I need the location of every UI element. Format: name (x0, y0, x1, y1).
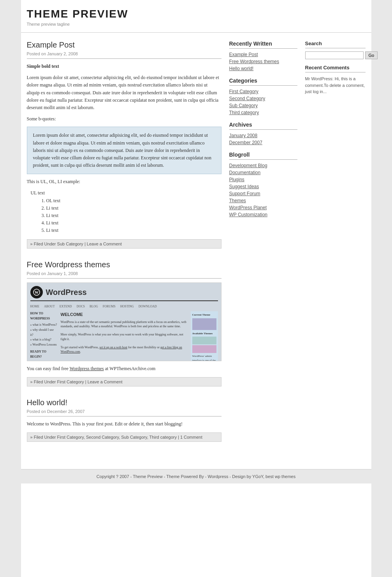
wp-sidebar-left: HOW TO WORDPRESS » what is WordPress? » … (30, 311, 58, 361)
ul-item: UL text (31, 189, 221, 197)
sidebar-link-first-category[interactable]: First Category (229, 89, 297, 94)
sidebar-link-second-category[interactable]: Second Category (229, 96, 297, 101)
sidebar-recently-written: Recently Written Example Post Free Wordp… (229, 41, 297, 71)
post-meta-example: Posted on January 2, 2008 (27, 51, 221, 59)
ul-ol-label: This is UL, OL, LI example: (27, 178, 221, 185)
sidebar-link-plugins[interactable]: Plugins (229, 177, 297, 182)
search-input[interactable] (305, 51, 364, 59)
wp-logo-circle: W (30, 286, 43, 298)
wp-main-content-area: WELCOME WordPress is a state-of-the-art … (61, 311, 188, 361)
bquotes-label: Some b-quotes: (27, 115, 221, 123)
post-footer-text-example: » Filed Under Sub Category | Leave a Com… (30, 242, 122, 246)
post-free-themes: Free Wordpress themes Posted on January … (27, 260, 221, 386)
post-footer-text-free-themes: » Filed Under First Category | Leave a C… (30, 379, 123, 384)
sidebar-link-dev-blog[interactable]: Development Blog (229, 163, 297, 168)
site-title: THEME PREVIEW (27, 8, 366, 20)
free-themes-link[interactable]: Wordpress themes (70, 366, 104, 371)
sidebar-main: Recently Written Example Post Free Wordp… (229, 41, 297, 453)
sidebar-link-wp-customization[interactable]: WP Customization (229, 212, 297, 217)
post-footer-text-hello-world: » Filed Under First Category, Second Cat… (30, 435, 202, 439)
sidebar-archives: Archives January 2008 December 2007 (229, 122, 297, 145)
sidebar-recent-comments: Recent Comments Mr WordPress: Hi, this i… (305, 65, 366, 95)
hello-world-text: Welcome to WordPress. This is your first… (27, 420, 221, 428)
sidebar-link-jan-2008[interactable]: January 2008 (229, 133, 297, 138)
sidebar-recently-written-title: Recently Written (229, 41, 297, 49)
site-tagline: Theme preview tagline (27, 22, 366, 26)
recent-comment-text: Mr WordPress: Hi, this is a comment.To d… (305, 76, 366, 95)
post-content-example: Simple bold text Lorem ipsum dolor sit a… (27, 63, 221, 235)
ol-item: OL text (46, 197, 221, 205)
sidebar-link-dec-2007[interactable]: December 2007 (229, 140, 297, 145)
sidebar-blogroll: Blogroll Development Blog Documentation … (229, 152, 297, 217)
wp-nav: HOMEABOUTEXTENDDOCSBLOGFORUMSHOSTINGDOWN… (30, 304, 218, 309)
sidebar-archives-title: Archives (229, 122, 297, 130)
post-footer-example: » Filed Under Sub Category | Leave a Com… (27, 239, 221, 249)
sidebar-link-themes[interactable]: Themes (229, 198, 297, 203)
li-item-2: Li text (46, 212, 221, 219)
sidebar-link-suggest-ideas[interactable]: Suggest Ideas (229, 184, 297, 189)
post-content-hello-world: Welcome to WordPress. This is your first… (27, 420, 221, 428)
paragraph1: Lorem ipsum dolor sit amet, consectetur … (27, 74, 221, 111)
bold-text: Simple bold text (27, 64, 59, 69)
ol-list: OL text Li text Li text Li text Li text (46, 197, 221, 235)
main-content: Example Post Posted on January 2, 2008 S… (27, 41, 221, 453)
sidebar-categories: Categories First Category Second Categor… (229, 78, 297, 115)
sidebar-link-wp-planet[interactable]: WordPress Planet (229, 205, 297, 210)
post-meta-hello-world: Posted on December 26, 2007 (27, 409, 221, 416)
wp-body: HOW TO WORDPRESS » what is WordPress? » … (30, 311, 218, 361)
sidebar-link-free-themes[interactable]: Free Wordpress themes (229, 59, 297, 64)
free-themes-text: You can easy find free Wordpress themes … (27, 365, 221, 372)
footer-text: Copyright ? 2007 - Theme Preview - Theme… (97, 474, 295, 479)
wp-logo-bar: W WordPress (30, 286, 218, 301)
footer: Copyright ? 2007 - Theme Preview - Theme… (21, 469, 371, 483)
li-item-4: Li text (46, 227, 221, 234)
sidebar-link-sub-category[interactable]: Sub Category (229, 103, 297, 108)
post-footer-free-themes: » Filed Under First Category | Leave a C… (27, 377, 221, 386)
post-title-free-themes[interactable]: Free Wordpress themes (27, 260, 221, 269)
wp-screenshot: W WordPress HOMEABOUTEXTENDDOCSBLOGFORUM… (27, 282, 221, 361)
li-item-3: Li text (46, 219, 221, 227)
post-title-example[interactable]: Example Post (27, 41, 221, 49)
search-button[interactable]: Go (365, 51, 378, 59)
li-item-1: Li text (46, 205, 221, 212)
ul-ol-section: UL text OL text Li text Li text Li text … (27, 189, 221, 234)
post-hello-world: Hello world! Posted on December 26, 2007… (27, 398, 221, 442)
sidebar-link-hello-world[interactable]: Hello world! (229, 66, 297, 71)
post-footer-hello-world: » Filed Under First Category, Second Cat… (27, 432, 221, 442)
sidebar-link-third-category[interactable]: Third category (229, 110, 297, 115)
wp-logo-text-label: WordPress (46, 286, 87, 298)
svg-text:W: W (35, 290, 39, 295)
wp-sidebar-right: Current Theme Available Themes WordPress… (191, 311, 218, 361)
post-content-free-themes: W WordPress HOMEABOUTEXTENDDOCSBLOGFORUM… (27, 282, 221, 372)
sidebar-categories-title: Categories (229, 78, 297, 86)
search-row: Go (305, 51, 366, 59)
post-title-hello-world[interactable]: Hello world! (27, 398, 221, 407)
sidebar-recent-comments-title: Recent Comments (305, 65, 366, 72)
sidebar-link-documentation[interactable]: Documentation (229, 170, 297, 175)
sidebar-secondary: Search Go Recent Comments Mr WordPress: … (305, 41, 366, 453)
post-meta-free-themes: Posted on January 1, 2008 (27, 271, 221, 279)
ul-list: UL text OL text Li text Li text Li text … (31, 189, 221, 234)
sidebar-search-title: Search (305, 41, 366, 48)
post-example: Example Post Posted on January 2, 2008 S… (27, 41, 221, 249)
sidebar-link-example-post[interactable]: Example Post (229, 52, 297, 57)
sidebar-link-support-forum[interactable]: Support Forum (229, 191, 297, 196)
blockquote: Lorem ipsum dolor sit amet, consectetur … (27, 127, 221, 174)
sidebar-blogroll-title: Blogroll (229, 152, 297, 160)
wp-screenshot-img: W WordPress HOMEABOUTEXTENDDOCSBLOGFORUM… (27, 283, 221, 361)
sidebar-search-section: Search Go (305, 41, 366, 59)
